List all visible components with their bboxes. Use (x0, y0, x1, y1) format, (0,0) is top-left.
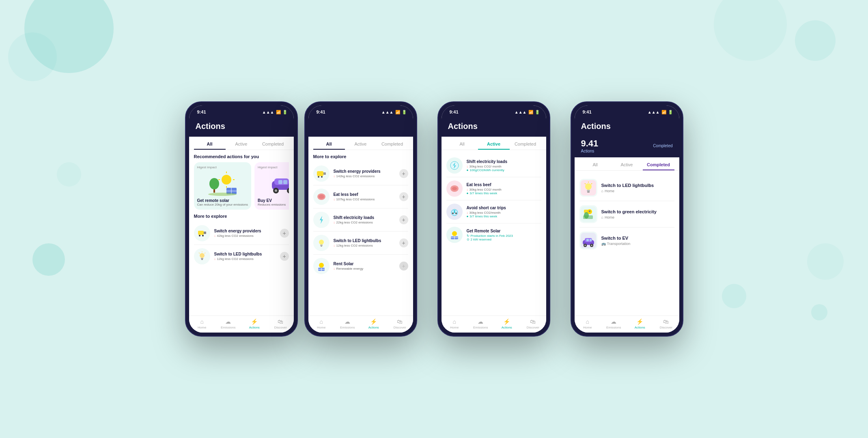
nav-discover-3[interactable]: 🛍 Discover (520, 318, 546, 329)
nav-home-4[interactable]: ⌂ Home (575, 318, 601, 329)
actions-icon-4: ⚡ (636, 318, 643, 325)
svg-rect-59 (587, 191, 590, 193)
action-detail-car-3b: ●3/7 times this week (467, 215, 541, 218)
action-add-ep-2[interactable]: + (399, 169, 408, 178)
tab-active-4[interactable]: Active (611, 161, 643, 170)
completed-item-green[interactable]: Switch to green electricity ⌂Home (579, 201, 674, 228)
nav-actions-1[interactable]: ⚡ Actions (241, 318, 268, 329)
svg-marker-35 (320, 216, 323, 224)
tab-active-2[interactable]: Active (345, 140, 377, 150)
action-detail-car-3a: ↓30kg less CO2/month (467, 211, 541, 215)
svg-line-28 (199, 253, 200, 253)
action-item-led-2[interactable]: Switch to LED lightbulbs ↓12kg less CO2 … (313, 232, 408, 255)
svg-point-46 (452, 187, 457, 190)
completed-name-green: Switch to green electricity (601, 209, 674, 214)
svg-point-22 (202, 235, 204, 236)
phone-1-title: Actions (196, 122, 287, 131)
svg-rect-66 (589, 210, 590, 212)
nav-actions-3[interactable]: ⚡ Actions (494, 318, 520, 329)
action-item-led[interactable]: Switch to LED lightbulbs ↓ 12kg less CO2… (194, 245, 289, 268)
rec-card-solar-badge: Higest impact (197, 165, 248, 169)
nav-emissions-1[interactable]: ☁ Emissions (215, 318, 241, 329)
completed-item-led[interactable]: Switch to LED lightbulbs ⌂Home (579, 175, 674, 201)
action-icon-solar-3 (446, 227, 463, 243)
action-item-ep-2[interactable]: Switch energy providers ↓142kg less CO2 … (313, 162, 408, 185)
action-add-energy[interactable]: + (280, 229, 289, 238)
svg-line-27 (205, 253, 205, 253)
action-add-beef-2[interactable]: + (399, 192, 408, 201)
action-detail-elec-2: ↓22kg less CO2 emissions (334, 221, 395, 224)
home-icon-3: ⌂ (453, 318, 456, 325)
phone-2-tabs[interactable]: All Active Completed (308, 137, 413, 150)
tab-all-4[interactable]: All (579, 161, 611, 170)
cloud-icon-4: ☁ (611, 318, 616, 325)
nav-discover-2[interactable]: 🛍 Discover (387, 318, 413, 329)
nav-emissions-3[interactable]: ☁ Emissions (467, 318, 494, 329)
tab-all-2[interactable]: All (313, 140, 345, 150)
action-item-shift-3[interactable]: Shift electricity loads ↓30kg less CO2/ … (446, 154, 541, 177)
nav-actions-4[interactable]: ⚡ Actions (627, 318, 653, 329)
action-name-elec-2: Shift electricity loads (334, 215, 395, 220)
svg-point-52 (452, 231, 457, 236)
battery-icon-2: 🔋 (402, 110, 407, 114)
nav-emissions-4[interactable]: ☁ Emissions (601, 318, 627, 329)
action-item-solar-3[interactable]: Get Remote Solar ↻Production starts in F… (446, 223, 541, 246)
action-text-led: Switch to LED lightbulbs ↓ 12kg less CO2… (214, 252, 276, 261)
action-name-rent-solar-2: Rent Solar (334, 262, 395, 266)
tab-active-1[interactable]: Active (226, 140, 257, 150)
tab-completed-2[interactable]: Completed (377, 140, 408, 150)
action-name-energy: Switch energy providers (214, 229, 276, 233)
tab-completed-1[interactable]: Completed (257, 140, 289, 150)
action-detail-led-2: ↓12kg less CO2 emissions (334, 244, 395, 247)
nav-discover-4[interactable]: 🛍 Discover (653, 318, 679, 329)
stats-number: 9.41 (581, 138, 599, 149)
rec-card-ev[interactable]: Higest impact (254, 162, 289, 210)
phone-1-tabs[interactable]: All Active Completed (189, 137, 294, 150)
tab-completed-3[interactable]: Completed (510, 140, 541, 150)
tab-all-1[interactable]: All (194, 140, 226, 150)
battery-icon: 🔋 (282, 110, 287, 114)
nav-actions-2[interactable]: ⚡ Actions (361, 318, 387, 329)
action-add-elec-2[interactable]: + (399, 215, 408, 224)
action-item-car-3[interactable]: Avoid short car trips ↓30kg less CO2/mon… (446, 200, 541, 223)
svg-point-32 (321, 176, 323, 178)
tab-completed-4[interactable]: Completed (643, 161, 674, 170)
completed-item-ev[interactable]: Switch to EV 🚌Transportation (579, 228, 674, 253)
phone-1-bottom-nav: ⌂ Home ☁ Emissions ⚡ Actions 🛍 Discover (189, 316, 294, 333)
action-add-led[interactable]: + (280, 252, 289, 261)
action-item-energy[interactable]: Switch energy providers ↓ 42kg less CO2 … (194, 222, 289, 245)
nav-home-2[interactable]: ⌂ Home (308, 318, 335, 329)
rec-card-ev-img (258, 172, 289, 196)
tab-active-3[interactable]: Active (478, 140, 510, 150)
rec-card-solar[interactable]: Higest impact (194, 162, 251, 210)
svg-rect-20 (204, 232, 206, 234)
nav-emissions-2[interactable]: ☁ Emissions (334, 318, 361, 329)
action-add-led-2[interactable]: + (399, 238, 408, 247)
phone-3-title: Actions (448, 122, 540, 131)
nav-home-1[interactable]: ⌂ Home (189, 318, 215, 329)
action-item-beef-3[interactable]: Eat less beef ↓30kg less CO2/ month ●3/7… (446, 177, 541, 200)
svg-rect-19 (198, 231, 204, 235)
phone-2-time: 9:41 (315, 110, 325, 114)
action-icon-shift-3 (446, 157, 463, 174)
action-icon-ep-2 (313, 165, 330, 182)
phone-3-tabs[interactable]: All Active Completed (442, 137, 546, 150)
cloud-icon-1: ☁ (225, 318, 231, 325)
action-text-beef-2: Eat less beef ↓107kg less CO2 emissions (334, 192, 395, 201)
action-detail-beef-3b: ●3/7 times this week (467, 191, 541, 195)
svg-rect-38 (321, 246, 322, 247)
phone-2-header: A (308, 118, 413, 137)
phone-4-tabs[interactable]: All Active Completed (575, 157, 679, 171)
battery-icon-4: 🔋 (668, 110, 673, 114)
action-item-elec-2[interactable]: Shift electricity loads ↓22kg less CO2 e… (313, 208, 408, 232)
nav-home-3[interactable]: ⌂ Home (442, 318, 468, 329)
tab-all-3[interactable]: All (446, 140, 478, 150)
action-text-shift-3: Shift electricity loads ↓30kg less CO2/ … (467, 159, 541, 172)
svg-rect-58 (587, 190, 590, 191)
rec-card-solar-title: Get remote solar (197, 198, 248, 203)
action-name-beef-2: Eat less beef (334, 192, 395, 197)
action-item-rent-solar-2[interactable]: Rent Solar ↓Renewable energy + (313, 255, 408, 277)
action-text-elec-2: Shift electricity loads ↓22kg less CO2 e… (334, 215, 395, 224)
nav-discover-1[interactable]: 🛍 Discover (267, 318, 294, 329)
action-item-beef-2[interactable]: Eat less beef ↓107kg less CO2 emissions … (313, 185, 408, 208)
